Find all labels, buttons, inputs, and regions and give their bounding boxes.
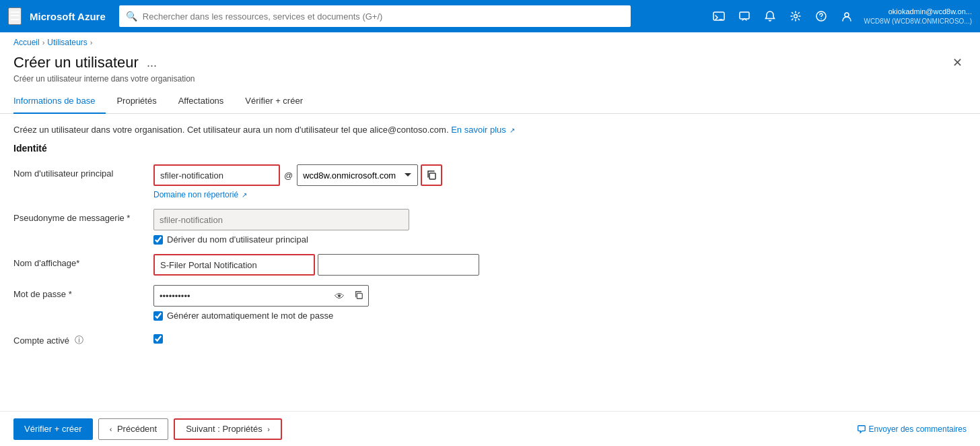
username-label: Nom d'utilisateur principal xyxy=(13,164,148,179)
svg-rect-0 xyxy=(713,12,724,20)
tab-verifier[interactable]: Vérifier + créer xyxy=(234,90,314,114)
tab-proprietes[interactable]: Propriétés xyxy=(106,90,167,114)
chevron-left-icon: ‹ xyxy=(110,425,112,433)
auto-password-checkbox[interactable] xyxy=(153,311,163,321)
info-paragraph: Créez un utilisateur dans votre organisa… xyxy=(13,125,967,135)
display-name-input-row xyxy=(153,254,479,276)
info-icon: ⓘ xyxy=(75,334,83,346)
at-sign: @ xyxy=(283,170,294,181)
breadcrumb: Accueil › Utilisateurs › xyxy=(0,32,980,50)
svg-rect-6 xyxy=(429,173,435,179)
top-navigation: ☰ Microsoft Azure 🔍 okiokadmin@wcd8w.on.… xyxy=(0,0,980,32)
account-active-controls xyxy=(153,330,163,344)
cloud-shell-icon[interactable] xyxy=(707,6,730,26)
page-title: Créer un utilisateur xyxy=(13,54,139,71)
user-info[interactable]: okiokadmin@wcd8w.on... WCD8W (WCD8W.ONMI… xyxy=(864,7,972,25)
password-controls: 👁 Générer automatiquement le mot de pass… xyxy=(153,285,369,321)
svg-point-2 xyxy=(794,15,798,18)
password-label: Mot de passe * xyxy=(13,285,148,299)
domain-link[interactable]: Domaine non répertorié ↗ xyxy=(153,190,442,199)
derive-checkbox[interactable] xyxy=(153,235,163,245)
auto-password-checkbox-row: Générer automatiquement le mot de passe xyxy=(153,311,369,321)
feedback-nav-icon[interactable] xyxy=(733,6,756,26)
chevron-right-icon: › xyxy=(267,425,270,433)
mail-alias-row: Pseudonyme de messagerie * Dériver du no… xyxy=(13,209,967,245)
tab-bar: Informations de base Propriétés Affectat… xyxy=(0,90,980,114)
account-active-checkbox[interactable] xyxy=(153,334,163,344)
feedback-link[interactable]: Envoyer des commentaires xyxy=(857,424,967,434)
derive-label[interactable]: Dériver du nom d'utilisateur principal xyxy=(167,234,308,245)
account-active-label: Compte activé ⓘ xyxy=(13,330,148,346)
mail-alias-controls: Dériver du nom d'utilisateur principal xyxy=(153,209,409,245)
footer: Vérifier + créer ‹ Précédent Suivant : P… xyxy=(0,411,980,446)
hamburger-menu[interactable]: ☰ xyxy=(8,7,22,25)
derive-checkbox-row: Dériver du nom d'utilisateur principal xyxy=(153,234,409,245)
page-header: Créer un utilisateur ... ✕ Créer un util… xyxy=(0,50,980,88)
azure-logo: Microsoft Azure xyxy=(30,11,106,22)
password-row: Mot de passe * 👁 Générer automatiquement… xyxy=(13,285,967,321)
password-toggle-button[interactable]: 👁 xyxy=(332,290,347,302)
learn-more-link[interactable]: En savoir plus ↗ xyxy=(451,125,515,135)
mail-alias-input xyxy=(153,209,409,230)
display-name-controls xyxy=(153,254,479,276)
display-name-row: Nom d'affichage* xyxy=(13,254,967,276)
search-icon: 🔍 xyxy=(126,11,137,22)
domain-ext-icon: ↗ xyxy=(242,191,247,199)
user-nav-icon[interactable] xyxy=(835,6,858,26)
svg-point-4 xyxy=(821,18,823,20)
tab-affectations[interactable]: Affectations xyxy=(168,90,235,114)
auto-password-label[interactable]: Générer automatiquement le mot de passe xyxy=(167,311,333,321)
display-name-extra-input[interactable] xyxy=(318,254,479,276)
help-icon[interactable] xyxy=(810,6,833,26)
domain-select[interactable]: wcd8w.onmicrosoft.com xyxy=(297,164,418,186)
display-name-input[interactable] xyxy=(153,254,315,276)
settings-icon[interactable] xyxy=(784,6,807,26)
verify-create-button[interactable]: Vérifier + créer xyxy=(13,418,93,440)
svg-rect-7 xyxy=(357,293,362,298)
account-active-row: Compte activé ⓘ xyxy=(13,330,967,346)
username-row: Nom d'utilisateur principal @ wcd8w.onmi… xyxy=(13,164,967,199)
display-name-label: Nom d'affichage* xyxy=(13,254,148,268)
page-subtitle: Créer un utilisateur interne dans votre … xyxy=(13,74,967,84)
main-content: Créez un utilisateur dans votre organisa… xyxy=(0,114,980,411)
username-controls: @ wcd8w.onmicrosoft.com Domaine non répe… xyxy=(153,164,442,199)
breadcrumb-sep-1: › xyxy=(42,38,45,46)
breadcrumb-sep-2: › xyxy=(90,38,93,46)
password-copy-button[interactable] xyxy=(351,290,366,302)
svg-rect-1 xyxy=(740,12,749,19)
notifications-icon[interactable] xyxy=(759,6,781,26)
breadcrumb-users[interactable]: Utilisateurs xyxy=(47,38,87,47)
next-button[interactable]: Suivant : Propriétés › xyxy=(174,418,282,440)
username-input[interactable] xyxy=(153,164,280,186)
breadcrumb-home[interactable]: Accueil xyxy=(13,38,40,47)
mail-alias-label: Pseudonyme de messagerie * xyxy=(13,209,148,223)
external-link-icon: ↗ xyxy=(510,127,515,134)
search-input[interactable] xyxy=(143,11,624,22)
page-title-more[interactable]: ... xyxy=(147,56,157,70)
username-input-row: @ wcd8w.onmicrosoft.com xyxy=(153,164,442,186)
tab-informations[interactable]: Informations de base xyxy=(13,90,106,114)
search-bar: 🔍 xyxy=(119,5,631,27)
svg-point-5 xyxy=(845,13,849,17)
copy-username-button[interactable] xyxy=(421,164,442,186)
identity-section-title: Identité xyxy=(13,143,967,154)
nav-icons: okiokadmin@wcd8w.on... WCD8W (WCD8W.ONMI… xyxy=(707,6,972,26)
password-input-wrapper: 👁 xyxy=(153,285,369,307)
previous-button[interactable]: ‹ Précédent xyxy=(98,418,169,440)
close-button[interactable]: ✕ xyxy=(948,53,967,73)
